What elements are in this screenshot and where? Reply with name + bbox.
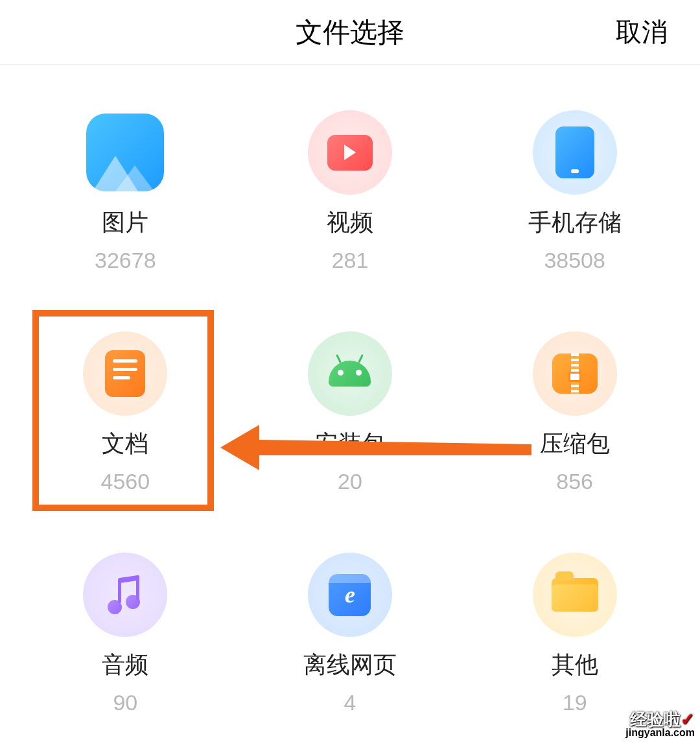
audio-icon bbox=[83, 553, 167, 637]
category-count: 281 bbox=[332, 248, 369, 273]
category-count: 20 bbox=[338, 469, 362, 494]
category-count: 4 bbox=[344, 690, 356, 715]
category-documents[interactable]: 文档 4560 bbox=[13, 331, 238, 494]
category-count: 38508 bbox=[544, 248, 605, 273]
category-count: 856 bbox=[556, 469, 593, 494]
header: 文件选择 取消 bbox=[0, 0, 700, 65]
page-title: 文件选择 bbox=[296, 14, 404, 51]
document-icon bbox=[83, 331, 167, 416]
cancel-button[interactable]: 取消 bbox=[616, 14, 668, 50]
category-count: 19 bbox=[563, 690, 587, 715]
apk-icon bbox=[308, 331, 392, 416]
category-videos[interactable]: 视频 281 bbox=[238, 110, 463, 273]
category-label: 其他 bbox=[552, 649, 598, 681]
category-other[interactable]: 其他 19 bbox=[462, 553, 687, 715]
zip-icon bbox=[533, 331, 617, 416]
category-phone-storage[interactable]: 手机存储 38508 bbox=[462, 110, 687, 273]
video-icon bbox=[308, 110, 392, 195]
watermark-url: jingyanla.com bbox=[625, 728, 695, 738]
category-label: 离线网页 bbox=[303, 649, 397, 681]
category-label: 压缩包 bbox=[540, 428, 610, 460]
browser-icon: e bbox=[308, 553, 392, 637]
category-label: 手机存储 bbox=[528, 207, 622, 239]
category-audio[interactable]: 音频 90 bbox=[13, 553, 238, 715]
category-apk[interactable]: 安装包 20 bbox=[238, 331, 463, 494]
category-count: 90 bbox=[113, 690, 137, 715]
category-offline-pages[interactable]: e 离线网页 4 bbox=[238, 553, 463, 715]
category-count: 32678 bbox=[95, 248, 156, 273]
category-label: 图片 bbox=[102, 207, 148, 239]
category-grid: 图片 32678 视频 281 手机存储 38508 文档 4560 安装包 2… bbox=[0, 65, 700, 715]
check-icon: ✓ bbox=[681, 710, 695, 729]
watermark: 经验啦✓ jingyanla.com bbox=[625, 711, 695, 738]
category-label: 音频 bbox=[102, 649, 148, 681]
category-label: 文档 bbox=[102, 428, 148, 460]
category-pictures[interactable]: 图片 32678 bbox=[13, 110, 238, 273]
category-label: 安装包 bbox=[315, 428, 385, 460]
category-count: 4560 bbox=[101, 469, 150, 494]
phone-storage-icon bbox=[533, 110, 617, 195]
category-label: 视频 bbox=[327, 207, 373, 239]
pictures-icon bbox=[83, 110, 167, 195]
category-archives[interactable]: 压缩包 856 bbox=[462, 331, 687, 494]
folder-icon bbox=[533, 553, 617, 637]
watermark-text: 经验啦 bbox=[630, 710, 681, 729]
